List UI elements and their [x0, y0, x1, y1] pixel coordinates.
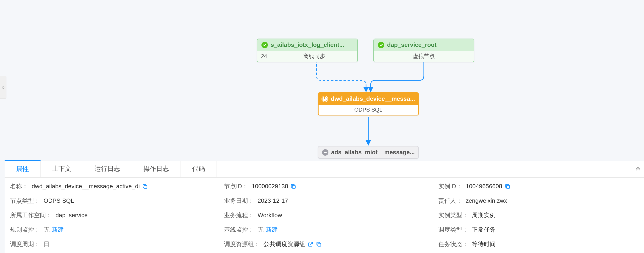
- new-baseline-link[interactable]: 新建: [266, 226, 278, 234]
- dag-node-ads-ailabs-miot-message[interactable]: ads_ailabs_miot__message...: [318, 146, 419, 159]
- tab-context[interactable]: 上下文: [40, 161, 83, 177]
- node-title: s_ailabs_iotx_log_client...: [271, 41, 344, 49]
- prop-instance-id: 实例ID： 10049656608: [438, 182, 638, 190]
- prop-schedule-type: 调度类型： 正常任务: [438, 226, 638, 234]
- dag-edges: [0, 0, 644, 161]
- value: ODPS SQL: [44, 197, 74, 204]
- minus-circle-icon: [322, 149, 328, 156]
- value: Workflow: [258, 212, 282, 219]
- label: 任务状态：: [438, 240, 468, 248]
- value: zengweixin.zwx: [466, 197, 507, 204]
- dag-node-dap-service-root[interactable]: dap_service_root 虚拟节点: [373, 39, 474, 62]
- node-subrow: ODPS SQL: [318, 105, 418, 115]
- node-subrow: 虚拟节点: [374, 51, 474, 62]
- node-header: ads_ailabs_miot__message...: [318, 146, 418, 158]
- label: 所属工作空间：: [10, 211, 52, 219]
- label: 调度类型：: [438, 226, 468, 234]
- copy-icon[interactable]: [316, 241, 322, 247]
- panel-collapse-icon[interactable]: [635, 165, 641, 173]
- prop-instance-type: 实例类型： 周期实例: [438, 211, 638, 219]
- node-subtype: 虚拟节点: [374, 51, 474, 62]
- node-subtype: ODPS SQL: [318, 105, 418, 115]
- new-rule-link[interactable]: 新建: [52, 226, 64, 234]
- prop-schedule-cycle: 调度周期： 日: [10, 240, 210, 248]
- value: 10049656608: [466, 183, 502, 190]
- svg-rect-3: [318, 243, 321, 246]
- prop-owner: 责任人： zengweixin.zwx: [438, 197, 638, 205]
- node-header: dwd_ailabs_device__messa...: [318, 93, 418, 105]
- external-link-icon[interactable]: [308, 241, 314, 247]
- app-root: » s_ailabs_iotx_log_client... 24 离线: [0, 0, 644, 253]
- node-count: 24: [257, 51, 271, 62]
- value: 10000029138: [252, 183, 288, 190]
- node-subtype: 离线同步: [271, 51, 357, 62]
- prop-baseline-monitor: 基线监控： 无 新建: [224, 226, 424, 234]
- prop-biz-date: 业务日期： 2023-12-17: [224, 197, 424, 205]
- copy-icon[interactable]: [504, 183, 510, 189]
- label: 业务日期：: [224, 197, 254, 205]
- svg-rect-2: [506, 185, 509, 188]
- prop-node-type: 节点类型： ODPS SQL: [10, 197, 210, 205]
- label: 实例类型：: [438, 211, 468, 219]
- value: 周期实例: [472, 211, 496, 219]
- label: 实例ID：: [438, 182, 462, 190]
- dag-canvas[interactable]: s_ailabs_iotx_log_client... 24 离线同步 dap_…: [0, 0, 644, 161]
- panel-tabs: 属性 上下文 运行日志 操作日志 代码: [4, 161, 644, 178]
- prop-workspace: 所属工作空间： dap_service: [10, 211, 210, 219]
- svg-rect-1: [292, 185, 296, 188]
- label: 调度周期：: [10, 240, 40, 248]
- label: 责任人：: [438, 197, 462, 205]
- detail-panel: 属性 上下文 运行日志 操作日志 代码 名称： dwd_ailabs_devic…: [4, 161, 644, 253]
- clock-icon: [322, 96, 328, 102]
- value: 2023-12-17: [258, 197, 288, 204]
- node-header: dap_service_root: [374, 39, 474, 51]
- value: 无: [44, 226, 50, 234]
- node-title: dap_service_root: [387, 41, 436, 49]
- prop-name: 名称： dwd_ailabs_device__message_active_di: [10, 182, 210, 190]
- check-circle-icon: [262, 42, 268, 48]
- prop-task-status: 任务状态： 等待时间: [438, 240, 638, 248]
- label: 规则监控：: [10, 226, 40, 234]
- node-header: s_ailabs_iotx_log_client...: [257, 39, 357, 51]
- tab-attributes[interactable]: 属性: [4, 160, 40, 177]
- value: dwd_ailabs_device__message_active_di: [32, 183, 140, 190]
- node-subrow: 24 离线同步: [257, 51, 357, 62]
- label: 基线监控：: [224, 226, 254, 234]
- prop-workflow: 业务流程： Workflow: [224, 211, 424, 219]
- prop-rule-monitor: 规则监控： 无 新建: [10, 226, 210, 234]
- node-title: ads_ailabs_miot__message...: [331, 149, 415, 156]
- properties-grid: 名称： dwd_ailabs_device__message_active_di…: [4, 178, 644, 253]
- tab-code[interactable]: 代码: [181, 161, 217, 177]
- value: 日: [44, 240, 50, 248]
- svg-rect-0: [144, 185, 147, 188]
- label: 业务流程：: [224, 211, 254, 219]
- label: 调度资源组：: [224, 240, 260, 248]
- value: 正常任务: [472, 226, 496, 234]
- tab-op-log[interactable]: 操作日志: [132, 161, 181, 177]
- label: 节点类型：: [10, 197, 40, 205]
- dag-node-dwd-ailabs-device-message[interactable]: dwd_ailabs_device__messa... ODPS SQL: [318, 92, 419, 115]
- value: 等待时间: [472, 240, 496, 248]
- value: 公共调度资源组: [264, 240, 305, 248]
- label: 节点ID：: [224, 182, 248, 190]
- value: 无: [258, 226, 264, 234]
- dag-node-s-ailabs-iotx-log-client[interactable]: s_ailabs_iotx_log_client... 24 离线同步: [257, 39, 358, 62]
- tab-run-log[interactable]: 运行日志: [83, 161, 132, 177]
- copy-icon[interactable]: [290, 183, 296, 189]
- check-circle-icon: [378, 42, 384, 48]
- value: dap_service: [56, 212, 88, 219]
- node-title: dwd_ailabs_device__messa...: [331, 95, 415, 102]
- copy-icon[interactable]: [142, 183, 148, 189]
- prop-node-id: 节点ID： 10000029138: [224, 182, 424, 190]
- prop-schedule-res-group: 调度资源组： 公共调度资源组: [224, 240, 424, 248]
- label: 名称：: [10, 182, 28, 190]
